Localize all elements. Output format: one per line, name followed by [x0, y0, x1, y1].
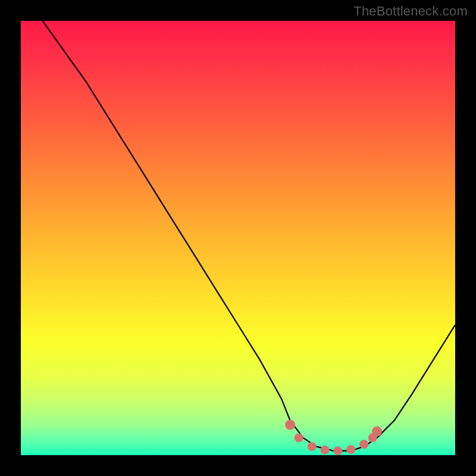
svg-point-2: [308, 442, 317, 451]
bottleneck-curve-line: [21, 21, 455, 455]
svg-point-3: [321, 446, 330, 455]
svg-point-5: [346, 445, 355, 454]
svg-point-7: [368, 433, 377, 442]
watermark-text: TheBottleneck.com: [353, 4, 468, 19]
svg-point-0: [285, 419, 295, 430]
optimal-range-markers: [21, 21, 455, 455]
svg-point-1: [295, 433, 303, 442]
chart-plot-area: [21, 21, 455, 455]
svg-point-8: [372, 426, 382, 436]
svg-point-6: [359, 440, 368, 449]
svg-point-4: [333, 446, 342, 455]
